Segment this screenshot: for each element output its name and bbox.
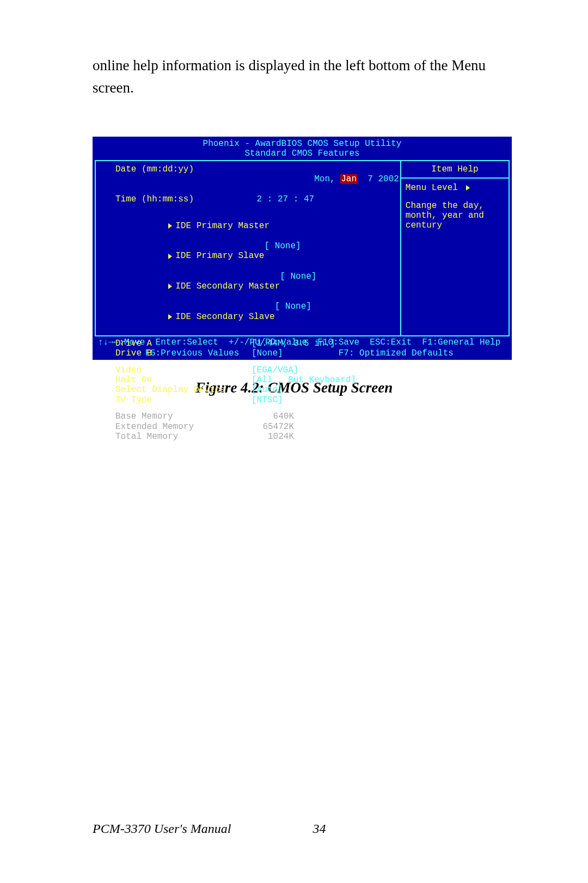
- ide-ss-value: [ None]: [275, 302, 311, 332]
- ide-pm-label: IDE Primary Master: [175, 221, 270, 231]
- ide-ps-label: IDE Primary Slave: [175, 251, 264, 261]
- video-value: [EGA/VGA]: [252, 365, 298, 375]
- ide-ps-value: [ None]: [264, 241, 301, 272]
- time-label: Time (hh:mm:ss): [115, 194, 252, 204]
- ide-pm-row[interactable]: IDE Primary Master: [106, 211, 399, 241]
- help-divider: [401, 177, 509, 179]
- drive-b-value: [None]: [252, 348, 283, 358]
- total-memory-label: Total Memory: [115, 432, 252, 442]
- ide-sm-value: [ None]: [280, 272, 316, 302]
- drive-a-value: [1.44M, 3.5 in.]: [252, 339, 335, 348]
- intro-paragraph: online help information is displayed in …: [93, 54, 495, 99]
- menu-level-label: Menu Level: [406, 183, 458, 193]
- extended-memory-label: Extended Memory: [115, 422, 252, 432]
- page: online help information is displayed in …: [0, 0, 588, 883]
- date-row[interactable]: Date (mm:dd:yy) Mon, Jan 7 2002: [115, 164, 399, 194]
- help-body-text: Change the day, month, year and century: [406, 201, 504, 231]
- chevron-right-icon: [168, 284, 172, 289]
- select-display-value: [Auto]: [252, 385, 283, 395]
- bios-title-line2: Standard CMOS Features: [95, 149, 510, 158]
- halton-row[interactable]: Halt On [All , But Keyboard]: [115, 375, 399, 385]
- drive-a-label: Drive A: [115, 339, 252, 348]
- select-display-label: Select Diaplay Device: [115, 385, 252, 395]
- chevron-right-icon: [466, 185, 470, 191]
- tv-type-row[interactable]: TV Type [NTSC]: [115, 395, 399, 405]
- chevron-right-icon: [168, 223, 172, 229]
- extended-memory-row: Extended Memory 65472K: [115, 422, 399, 432]
- bios-help-pane: Item Help Menu Level Change the day, mon…: [401, 161, 509, 335]
- spacer: [406, 193, 504, 201]
- manual-name: PCM-3370 User's Manual: [93, 821, 231, 836]
- halton-label: Halt On: [115, 375, 252, 385]
- ide-ss-label: IDE Secondary Slave: [175, 312, 274, 322]
- select-display-row[interactable]: Select Diaplay Device [Auto]: [115, 385, 399, 395]
- tv-type-label: TV Type: [115, 395, 252, 405]
- date-month-highlight: Jan: [340, 174, 357, 184]
- base-memory-value: 640K: [252, 412, 294, 421]
- bios-left-pane: Date (mm:dd:yy) Mon, Jan 7 2002 Time (hh…: [96, 161, 401, 335]
- bios-title-line1: Phoenix - AwardBIOS CMOS Setup Utility: [95, 139, 510, 149]
- bios-frame: Date (mm:dd:yy) Mon, Jan 7 2002 Time (hh…: [95, 160, 510, 336]
- menu-level-line: Menu Level: [406, 183, 504, 193]
- time-row[interactable]: Time (hh:mm:ss) 2 : 27 : 47: [115, 194, 399, 204]
- chevron-right-icon: [168, 314, 172, 320]
- date-rest: 7 2002: [357, 174, 399, 184]
- ide-sm-label: IDE Secondary Master: [175, 281, 280, 291]
- chevron-right-icon: [168, 254, 172, 259]
- base-memory-label: Base Memory: [115, 412, 252, 421]
- time-value: 2 : 27 : 47: [252, 194, 314, 204]
- item-help-title: Item Help: [406, 164, 504, 174]
- spacer: [106, 204, 399, 211]
- bios-screenshot: Phoenix - AwardBIOS CMOS Setup Utility S…: [93, 137, 512, 360]
- page-footer: PCM-3370 User's Manual 34: [93, 821, 495, 836]
- base-memory-row: Base Memory 640K: [115, 412, 399, 421]
- video-row[interactable]: Video [EGA/VGA]: [115, 365, 399, 375]
- tv-type-value: [NTSC]: [252, 395, 283, 405]
- halton-value: [All , But Keyboard]: [252, 375, 356, 385]
- ide-sm-row[interactable]: IDE Secondary Master [ None]: [106, 272, 399, 302]
- extended-memory-value: 65472K: [252, 422, 294, 432]
- drive-b-row[interactable]: Drive B [None]: [115, 348, 399, 358]
- ide-ps-row[interactable]: IDE Primary Slave [ None]: [106, 241, 399, 272]
- drive-a-row[interactable]: Drive A [1.44M, 3.5 in.]: [115, 339, 399, 348]
- page-number: 34: [231, 821, 495, 836]
- date-dow: Mon,: [314, 174, 340, 184]
- drive-b-label: Drive B: [115, 348, 252, 358]
- video-label: Video: [115, 365, 252, 375]
- spacer: [106, 332, 399, 339]
- date-label: Date (mm:dd:yy): [115, 164, 252, 194]
- total-memory-row: Total Memory 1024K: [115, 432, 399, 442]
- total-memory-value: 1024K: [252, 432, 294, 442]
- ide-ss-row[interactable]: IDE Secondary Slave [ None]: [106, 302, 399, 332]
- spacer: [106, 359, 399, 365]
- spacer: [106, 405, 399, 412]
